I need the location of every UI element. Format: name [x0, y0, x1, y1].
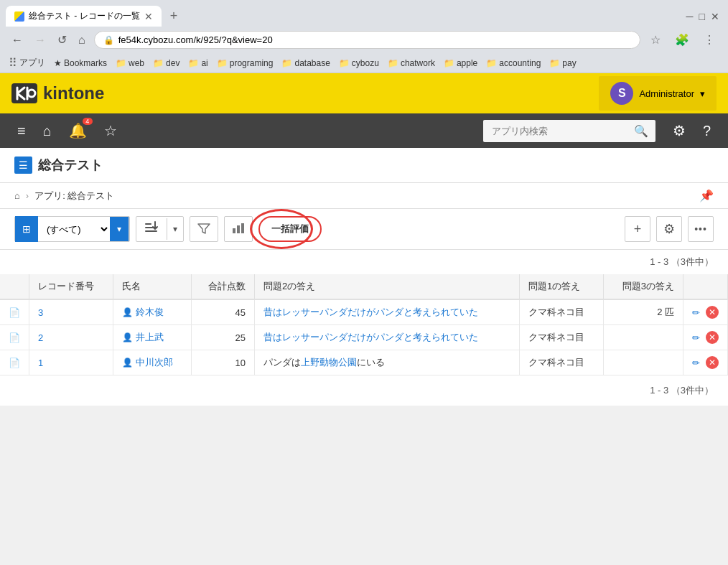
- navbar-help-button[interactable]: ?: [697, 120, 717, 142]
- add-icon: +: [634, 222, 642, 237]
- svg-rect-2: [233, 228, 235, 233]
- navbar-settings-button[interactable]: ⚙: [667, 119, 691, 142]
- close-window-button[interactable]: ✕: [711, 11, 719, 22]
- q2-link[interactable]: 昔はレッサーパンダだけがパンダと考えられていた: [263, 332, 478, 342]
- browser-menu-button[interactable]: ⋮: [699, 32, 719, 48]
- bookmark-pay[interactable]: 📁 pay: [549, 58, 576, 68]
- chart-icon: [232, 223, 245, 234]
- view-dropdown[interactable]: (すべて): [38, 219, 110, 240]
- app-settings-button[interactable]: ⚙: [656, 216, 682, 242]
- view-list-icon-button[interactable]: ⊞: [15, 216, 38, 242]
- bookmark-bookmarks[interactable]: ★ Bookmarks: [54, 58, 107, 68]
- filter-button[interactable]: [190, 216, 218, 242]
- delete-button[interactable]: ✕: [706, 331, 719, 344]
- q2-link[interactable]: 上野動物公園: [301, 357, 357, 368]
- sort-dropdown-arrow[interactable]: ▾: [167, 218, 183, 240]
- bookmark-dev[interactable]: 📁 dev: [153, 58, 179, 68]
- navbar-menu-button[interactable]: ≡: [11, 120, 32, 142]
- col-header-record-no: レコード番号: [29, 274, 113, 299]
- table-body: 📄 3 👤 鈴木俊 45 昔はレッサーパンダだけがパンダと考えられていた クマ科…: [0, 299, 728, 375]
- table-header: レコード番号 氏名 合計点数 問題2の答え 問題1の答え 問題3の答え: [0, 274, 728, 299]
- edit-button[interactable]: ✏: [692, 332, 700, 343]
- breadcrumb-link[interactable]: アプリ: 総合テスト: [34, 190, 114, 202]
- app-search-input[interactable]: [483, 121, 627, 141]
- forward-button[interactable]: →: [32, 32, 49, 48]
- more-options-button[interactable]: •••: [688, 216, 714, 242]
- bookmark-web[interactable]: 📁 web: [116, 58, 144, 68]
- records-table: レコード番号 氏名 合計点数 問題2の答え 問題1の答え 問題3の答え 📄 3 …: [0, 274, 728, 375]
- header-user-menu[interactable]: S Administrator ▾: [599, 76, 717, 111]
- back-button[interactable]: ←: [9, 32, 26, 48]
- sort-button[interactable]: ▾: [136, 216, 184, 242]
- row-record-no[interactable]: 3: [29, 299, 113, 325]
- bookmark-web-label: web: [129, 58, 144, 68]
- notification-badge: 4: [83, 118, 93, 125]
- bookmark-database[interactable]: 📁 database: [281, 58, 330, 68]
- new-tab-button[interactable]: +: [164, 6, 184, 27]
- minimize-button[interactable]: ─: [686, 11, 694, 22]
- row-record-no[interactable]: 2: [29, 325, 113, 350]
- pagination-top-text: 1 - 3 （3件中）: [650, 256, 714, 267]
- bookmark-programing[interactable]: 📁 programing: [217, 58, 274, 68]
- kintone-logo: kintone: [11, 83, 104, 103]
- view-selector[interactable]: ⊞ (すべて) ▾: [14, 216, 130, 242]
- ikkatu-wrapper: 一括評価: [258, 216, 322, 242]
- user-link[interactable]: 鈴木俊: [136, 307, 164, 317]
- record-doc-icon: 📄: [9, 332, 20, 343]
- records-table-container: レコード番号 氏名 合計点数 問題2の答え 問題1の答え 問題3の答え 📄 3 …: [0, 274, 728, 375]
- pagination-top: 1 - 3 （3件中）: [0, 250, 728, 274]
- kintone-navbar: ≡ ⌂ 🔔 4 ☆ 🔍 ⚙ ?: [0, 113, 728, 148]
- edit-button[interactable]: ✏: [692, 307, 700, 318]
- url-input[interactable]: [118, 34, 631, 45]
- bookmark-bookmarks-label: Bookmarks: [64, 58, 107, 68]
- browser-tab[interactable]: 総合テスト - レコードの一覧 ✕: [6, 6, 162, 27]
- bookmark-programing-label: programing: [230, 58, 274, 68]
- delete-button[interactable]: ✕: [706, 356, 719, 369]
- navbar-star-button[interactable]: ☆: [98, 119, 123, 142]
- bookmark-database-label: database: [294, 58, 330, 68]
- app-search-button[interactable]: 🔍: [627, 120, 655, 142]
- bookmark-cybozu[interactable]: 📁 cybozu: [339, 58, 379, 68]
- svg-rect-0: [11, 83, 37, 103]
- bookmark-ai[interactable]: 📁 ai: [188, 58, 207, 68]
- user-link[interactable]: 中川次郎: [136, 357, 173, 368]
- col-header-actions: [683, 274, 728, 299]
- view-dropdown-arrow[interactable]: ▾: [110, 216, 129, 242]
- refresh-button[interactable]: ↺: [55, 32, 70, 48]
- row-q2: 昔はレッサーパンダだけがパンダと考えられていた: [254, 325, 519, 350]
- folder-cybozu-icon: 📁: [339, 58, 350, 68]
- delete-button[interactable]: ✕: [706, 306, 719, 319]
- user-link[interactable]: 井上武: [136, 332, 164, 342]
- record-doc-icon: 📄: [9, 307, 20, 318]
- pagination-bottom-text: 1 - 3 （3件中）: [650, 385, 714, 396]
- col-header-q1: 問題1の答え: [519, 274, 603, 299]
- edit-button[interactable]: ✏: [692, 358, 700, 368]
- bookmark-dev-label: dev: [166, 58, 179, 68]
- q2-link[interactable]: 昔はレッサーパンダだけがパンダと考えられていた: [263, 307, 478, 317]
- add-record-button[interactable]: +: [625, 216, 650, 242]
- ikkatu-hyoka-button[interactable]: 一括評価: [258, 216, 322, 242]
- breadcrumb: ⌂ › アプリ: 総合テスト 📌: [0, 183, 728, 209]
- maximize-button[interactable]: □: [699, 11, 705, 22]
- folder-web-icon: 📁: [116, 58, 126, 68]
- tab-close-button[interactable]: ✕: [144, 11, 153, 22]
- bookmark-accounting[interactable]: 📁 accounting: [486, 58, 541, 68]
- ellipsis-icon: •••: [694, 223, 707, 235]
- chart-button[interactable]: [224, 216, 253, 242]
- user-person-icon: 👤: [122, 358, 133, 368]
- address-bar[interactable]: 🔒: [94, 31, 640, 49]
- bookmark-apps[interactable]: ⠿ アプリ: [9, 56, 45, 70]
- breadcrumb-separator: ›: [26, 190, 29, 201]
- pin-icon[interactable]: 📌: [699, 189, 714, 202]
- row-record-no[interactable]: 1: [29, 350, 113, 375]
- bookmark-pay-label: pay: [562, 58, 576, 68]
- row-q1: クマ科ネコ目: [519, 350, 603, 375]
- navbar-home-button[interactable]: ⌂: [37, 120, 57, 142]
- extensions-button[interactable]: 🧩: [671, 32, 694, 48]
- bookmarks-bar: ⠿ アプリ ★ Bookmarks 📁 web 📁 dev 📁 ai 📁 pro…: [0, 53, 728, 73]
- home-button[interactable]: ⌂: [75, 32, 88, 48]
- bookmark-chatwork[interactable]: 📁 chatwork: [388, 58, 435, 68]
- bookmark-star-button[interactable]: ☆: [646, 32, 665, 48]
- bookmark-apple[interactable]: 📁 apple: [444, 58, 477, 68]
- breadcrumb-home-icon[interactable]: ⌂: [14, 190, 20, 201]
